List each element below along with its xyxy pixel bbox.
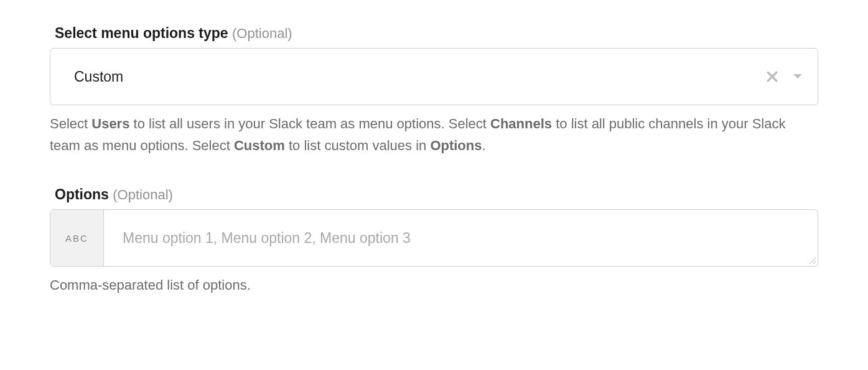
svg-line-1 bbox=[813, 261, 816, 264]
options-label: Options (Optional) bbox=[50, 186, 818, 203]
menu-options-type-group: Select menu options type (Optional) Cust… bbox=[50, 25, 818, 156]
svg-line-0 bbox=[810, 258, 816, 264]
chevron-down-icon[interactable] bbox=[793, 74, 803, 80]
select-controls bbox=[767, 71, 803, 82]
resize-handle-icon[interactable] bbox=[808, 256, 816, 265]
options-optional: (Optional) bbox=[113, 187, 173, 202]
menu-options-type-label: Select menu options type (Optional) bbox=[50, 25, 818, 42]
options-label-text: Options bbox=[55, 186, 109, 202]
menu-options-type-select[interactable]: Custom bbox=[50, 48, 818, 105]
menu-options-type-optional: (Optional) bbox=[232, 26, 292, 41]
options-input[interactable] bbox=[104, 210, 818, 266]
type-badge-abc: ABC bbox=[50, 210, 104, 266]
options-group: Options (Optional) ABC Comma-separated l… bbox=[50, 186, 818, 296]
menu-options-type-selected-value: Custom bbox=[74, 69, 123, 85]
menu-options-type-label-text: Select menu options type bbox=[55, 25, 228, 41]
options-input-wrap: ABC bbox=[50, 209, 818, 267]
menu-options-type-help: Select Users to list all users in your S… bbox=[50, 113, 818, 156]
options-help: Comma-separated list of options. bbox=[50, 274, 818, 296]
close-icon[interactable] bbox=[767, 71, 778, 82]
